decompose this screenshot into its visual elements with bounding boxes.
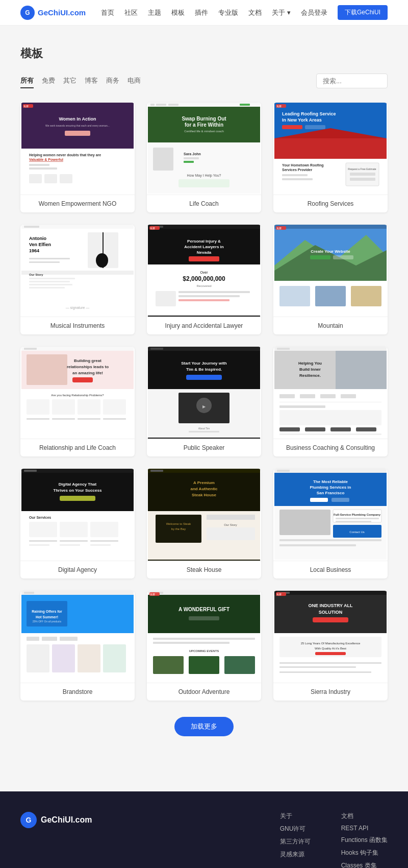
svg-rect-66	[29, 284, 72, 285]
template-thumbnail: Create Your Website 免费	[273, 225, 388, 317]
footer-logo-text: GeChiUI.com	[41, 815, 92, 825]
template-card[interactable]: The Most Reliable Plumbing Services in S…	[273, 469, 388, 578]
template-card[interactable]: Building great relationships leads to an…	[20, 347, 135, 456]
svg-rect-141	[300, 394, 315, 398]
footer-link-functions[interactable]: Functions 函数集	[341, 836, 388, 845]
nav-templates[interactable]: 模板	[171, 8, 185, 17]
svg-rect-133	[277, 348, 290, 350]
footer-link-gnu[interactable]: GNU许可	[280, 825, 311, 833]
svg-rect-70	[148, 225, 260, 229]
nav-docs[interactable]: 文档	[248, 8, 262, 17]
svg-rect-186	[277, 470, 290, 472]
svg-rect-135	[336, 351, 387, 389]
svg-text:Our Story: Our Story	[224, 523, 237, 526]
search-input[interactable]	[316, 74, 388, 88]
filter-blog[interactable]: 博客	[85, 74, 98, 88]
svg-rect-198	[336, 521, 371, 522]
download-button[interactable]: 下载GeChiUI	[338, 5, 388, 20]
footer-link-classes[interactable]: Classes 类集	[341, 861, 388, 868]
nav-community[interactable]: 社区	[124, 8, 138, 17]
template-card[interactable]: Create Your Website 免费 Mountain	[273, 225, 388, 334]
svg-text:Nevada: Nevada	[197, 250, 212, 255]
svg-text:Over: Over	[200, 271, 208, 274]
svg-rect-44	[282, 178, 313, 180]
template-card[interactable]: Swap Burning Out for a Fire Within Certi…	[147, 103, 261, 212]
page-title: 模板	[20, 46, 388, 61]
nav-pro[interactable]: 专业版	[218, 8, 238, 17]
svg-text:Plumbing Services in: Plumbing Services in	[310, 485, 351, 490]
filter-other[interactable]: 其它	[63, 74, 76, 88]
svg-text:Recovered: Recovered	[196, 284, 211, 287]
nav-plugins[interactable]: 插件	[195, 8, 208, 17]
svg-rect-95	[315, 286, 346, 306]
template-name: Steak House	[147, 561, 261, 578]
template-thumbnail: 免费 ONE INDUSTRY ALL SOLUTION 25 Long Yea…	[273, 591, 388, 683]
footer-link-about[interactable]: 关于	[280, 812, 311, 821]
template-thumbnail: Personal Injury & Accident Lawyers in Ne…	[147, 225, 261, 317]
filter-all[interactable]: 所有	[20, 74, 34, 88]
template-card[interactable]: 免费 ONE INDUSTRY ALL SOLUTION 25 Long Yea…	[273, 591, 388, 701]
svg-rect-231	[153, 656, 184, 674]
template-card[interactable]: Raining Offers for Hot Summer! 25% OFF O…	[20, 591, 135, 701]
filter-ecommerce[interactable]: 电商	[128, 74, 141, 88]
footer-inner: G GeChiUI.com 关于 GNU许可 第三方许可 灵感来源 文档 RES…	[20, 812, 388, 868]
footer-link-rest-api[interactable]: REST API	[341, 825, 388, 832]
template-name: Business Coaching & Consulting	[273, 439, 388, 456]
svg-text:In New York Areas: In New York Areas	[282, 117, 322, 123]
footer-link-hooks[interactable]: Hooks 钩子集	[341, 849, 388, 857]
footer-link-inspiration[interactable]: 灵感来源	[280, 850, 311, 859]
template-name: Relationship and Life Coach	[20, 439, 135, 456]
svg-text:Are you facing Relationship Pr: Are you facing Relationship Problems?	[51, 394, 104, 397]
svg-rect-110	[27, 399, 49, 415]
load-more-button[interactable]: 加载更多	[174, 717, 234, 736]
template-thumbnail: Women In Action We work towards ensuring…	[20, 103, 135, 195]
nav-home[interactable]: 首页	[101, 8, 114, 17]
template-card[interactable]: Digital Agency That Thrives on Your Succ…	[20, 469, 135, 578]
nav-themes[interactable]: 主题	[148, 8, 161, 17]
svg-text:Helping You: Helping You	[298, 361, 322, 366]
svg-rect-26	[153, 148, 173, 171]
svg-rect-233	[224, 656, 255, 674]
svg-rect-205	[24, 592, 34, 594]
svg-text:Our Services: Our Services	[29, 516, 51, 519]
svg-text:Raining Offers for: Raining Offers for	[32, 610, 62, 614]
svg-rect-115	[52, 418, 75, 420]
svg-rect-229	[153, 642, 230, 644]
template-card[interactable]: Helping You Build Inner Resilience.	[273, 347, 388, 456]
login-button[interactable]: 会员登录	[301, 8, 327, 17]
logo[interactable]: G GeChiUI.com	[20, 6, 86, 20]
template-card[interactable]: Leading Roofing Service In New York Area…	[273, 103, 388, 212]
svg-rect-64	[29, 278, 75, 279]
svg-rect-92	[333, 255, 353, 259]
svg-text:A Premium: A Premium	[193, 480, 215, 485]
nav-about[interactable]: 关于 ▾	[272, 8, 291, 17]
svg-text:免费: 免费	[276, 593, 282, 596]
template-card[interactable]: Start Your Journey with Tim & Be Inspire…	[147, 347, 261, 456]
svg-text:The Most Reliable: The Most Reliable	[313, 479, 348, 484]
svg-text:25 Long Years Of Manufacturing: 25 Long Years Of Manufacturing Excellenc…	[301, 642, 361, 645]
template-thumbnail: 免费 A WONDERFUL GIFT UPCOMING EVENTS	[147, 591, 261, 683]
filter-business[interactable]: 商务	[106, 74, 119, 88]
svg-rect-107	[72, 377, 93, 382]
svg-rect-48	[350, 178, 375, 181]
template-card[interactable]: A Premium and Authentic Steak House Welc…	[147, 469, 261, 578]
template-card[interactable]: Personal Injury & Accident Lawyers in Ne…	[147, 225, 261, 334]
svg-rect-183	[207, 527, 255, 540]
svg-rect-113	[103, 399, 126, 415]
svg-rect-8	[29, 164, 49, 166]
svg-rect-161	[29, 522, 57, 537]
filter-bar: 所有 免费 其它 博客 商务 电商	[20, 74, 388, 88]
template-card[interactable]: 免费 A WONDERFUL GIFT UPCOMING EVENTS Outd…	[147, 591, 261, 701]
footer-link-docs[interactable]: 文档	[341, 812, 388, 821]
template-card[interactable]: Antonio Ven Elfien 1964 Our Story — sign…	[20, 225, 135, 334]
svg-text:1964: 1964	[29, 248, 39, 253]
footer-link-third-party[interactable]: 第三方许可	[280, 837, 311, 846]
templates-grid: Women In Action We work towards ensuring…	[20, 103, 388, 701]
svg-rect-143	[341, 394, 356, 398]
svg-rect-18	[156, 104, 166, 106]
template-thumbnail: Raining Offers for Hot Summer! 25% OFF O…	[20, 591, 135, 683]
svg-rect-81	[178, 291, 250, 293]
svg-text:Resilience.: Resilience.	[299, 373, 321, 378]
template-card[interactable]: Women In Action We work towards ensuring…	[20, 103, 135, 212]
filter-free[interactable]: 免费	[42, 74, 55, 88]
